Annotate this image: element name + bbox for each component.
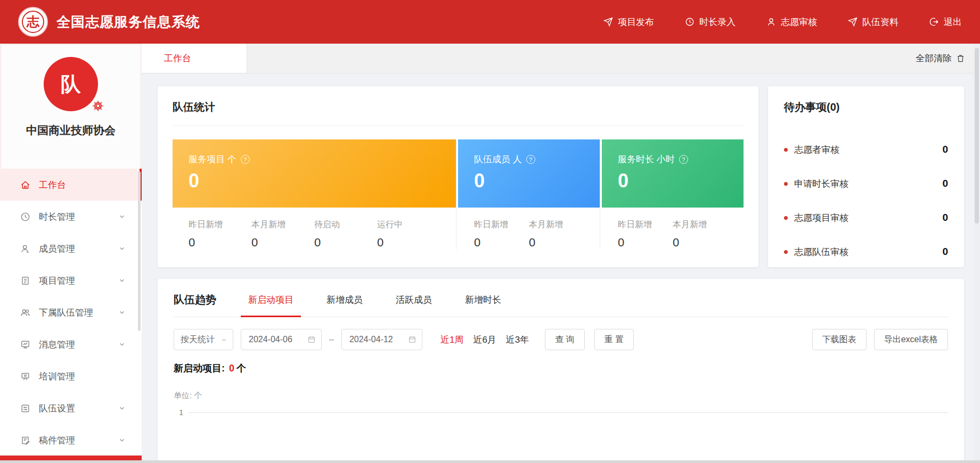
date-to-field[interactable] [341, 329, 422, 350]
substat: 昨日新增 0 [474, 219, 529, 250]
substat: 本月新增 0 [673, 219, 728, 250]
sidebar-item-hours-management[interactable]: 时长管理 [0, 201, 142, 233]
todo-card: 待办事项(0) 志愿者审核 0 申请时长审核 0 志愿项目审核 0 [768, 86, 964, 267]
substat-label: 昨日新增 [618, 219, 673, 230]
export-excel-button[interactable]: 导出excel表格 [874, 329, 948, 350]
org-name: 中国商业技师协会 [26, 123, 116, 138]
window-vertical-scrollbar[interactable] [974, 44, 980, 463]
sidebar-profile-section: 队 中国商业技师协会 [0, 44, 142, 169]
substat-label: 昨日新增 [189, 219, 251, 230]
substat: 本月新增 0 [251, 219, 314, 250]
main-content: 队伍统计 服务项目 个 ? 0 昨日新增 0 [142, 73, 974, 463]
sidebar-scrollbar[interactable] [138, 171, 141, 331]
todo-count: 0 [942, 212, 948, 224]
team-members-card[interactable]: 队伍成员 人 ? 0 [458, 139, 600, 208]
todo-item-project-review[interactable]: 志愿项目审核 0 [784, 201, 948, 235]
substat: 昨日新增 0 [189, 219, 251, 250]
training-board-icon [20, 371, 30, 382]
reset-button[interactable]: 重 置 [594, 329, 634, 350]
app-title: 全国志愿服务信息系统 [56, 13, 200, 31]
question-circle-icon[interactable]: ? [526, 155, 535, 164]
doc-edit-icon [20, 435, 30, 445]
clear-all-tabs-button[interactable]: 全部清除 [916, 44, 980, 73]
chevron-down-icon [118, 309, 126, 316]
tab-bar: 工作台 全部清除 [142, 44, 980, 73]
nav-item-team-profile[interactable]: 队伍资料 [848, 16, 899, 28]
summary-value: 0 [229, 363, 234, 374]
question-circle-icon[interactable]: ? [679, 155, 688, 164]
trend-summary: 新启动项目:0个 [174, 362, 948, 375]
period-select-value: 按天统计 [181, 334, 215, 345]
gear-icon[interactable] [92, 100, 104, 112]
sidebar-item-manuscript-management[interactable]: 稿件管理 [0, 424, 142, 456]
substat-label: 待启动 [314, 219, 377, 230]
nav-label: 时长录入 [699, 16, 736, 28]
sidebar-item-project-management[interactable]: 项目管理 [0, 264, 142, 296]
substat-label: 运行中 [377, 219, 440, 230]
date-from-field[interactable] [241, 329, 322, 350]
substat-value: 0 [474, 236, 529, 250]
substat-value: 0 [377, 236, 440, 250]
avatar[interactable]: 队 [44, 57, 98, 111]
team-members-column: 队伍成员 人 ? 0 昨日新增 0 本月新增 0 [458, 139, 600, 250]
sidebar-item-training-management[interactable]: 培训管理 [0, 360, 142, 392]
chevron-down-icon [118, 277, 126, 284]
search-button[interactable]: 查 询 [545, 329, 584, 350]
sliders-icon [20, 403, 30, 414]
sidebar-item-member-management[interactable]: 成员管理 [0, 233, 142, 264]
y-axis-tick: 1 [174, 408, 183, 417]
service-projects-card[interactable]: 服务项目 个 ? 0 [173, 139, 456, 208]
service-hours-card[interactable]: 服务时长 小时 ? 0 [602, 139, 744, 208]
chart-unit-label: 单位: 个 [174, 391, 948, 401]
tab-new-members[interactable]: 新增成员 [326, 294, 363, 307]
sidebar-item-subordinate-teams[interactable]: 下属队伍管理 [0, 296, 142, 328]
substat-value: 0 [618, 236, 673, 250]
tab-active-members[interactable]: 活跃成员 [396, 294, 432, 307]
bullet-icon [784, 250, 788, 254]
team-stats-title: 队伍统计 [173, 100, 744, 114]
chart-axis: 1 [174, 408, 948, 417]
nav-label: 退出 [944, 16, 962, 28]
summary-label: 新启动项目: [174, 363, 225, 374]
question-circle-icon[interactable]: ? [241, 155, 250, 164]
date-from-input[interactable] [249, 335, 307, 344]
scrollbar-thumb[interactable] [975, 48, 979, 224]
quick-range-3years[interactable]: 近3年 [506, 334, 529, 346]
summary-unit: 个 [236, 363, 246, 374]
substat-value: 0 [251, 236, 314, 250]
tab-new-projects[interactable]: 新启动项目 [248, 294, 293, 307]
chevron-down-icon [118, 341, 126, 348]
quick-range-6months[interactable]: 近6月 [473, 334, 496, 346]
download-chart-button[interactable]: 下载图表 [812, 329, 867, 350]
nav-item-project-publish[interactable]: 项目发布 [603, 16, 654, 28]
quick-range-1week[interactable]: 近1周 [440, 334, 463, 346]
todo-item-team-review[interactable]: 志愿队伍审核 0 [784, 235, 948, 269]
app-logo-icon: 志 [18, 7, 48, 37]
calendar-icon [307, 335, 316, 344]
sidebar-item-label: 项目管理 [39, 275, 75, 287]
substat-value: 0 [529, 236, 584, 250]
todo-item-volunteer-review[interactable]: 志愿者审核 0 [784, 133, 948, 167]
nav-label: 队伍资料 [862, 16, 899, 28]
bullet-icon [784, 182, 788, 186]
period-select[interactable]: 按天统计 [174, 329, 233, 350]
clear-all-label: 全部清除 [916, 52, 952, 64]
nav-item-logout[interactable]: 退出 [929, 16, 962, 28]
header-nav: 项目发布 时长录入 志愿审核 队伍资料 退出 [603, 16, 962, 28]
bullet-icon [784, 148, 788, 152]
nav-item-hours-entry[interactable]: 时长录入 [685, 16, 736, 28]
sidebar-item-message-management[interactable]: 消息管理 [0, 328, 142, 360]
todo-label: 申请时长审核 [794, 178, 848, 190]
sidebar-item-workbench[interactable]: 工作台 [0, 169, 142, 201]
todo-item-hours-request-review[interactable]: 申请时长审核 0 [784, 167, 948, 201]
tab-new-hours[interactable]: 新增时长 [465, 294, 501, 307]
window-horizontal-scrollbar[interactable] [0, 460, 980, 463]
nav-item-volunteer-review[interactable]: 志愿审核 [766, 16, 817, 28]
sidebar: 队 中国商业技师协会 工作台 时长管理 成员管理 [0, 44, 142, 463]
stat-card-label: 服务项目 个 [189, 153, 236, 166]
sidebar-item-team-settings[interactable]: 队伍设置 [0, 392, 142, 424]
date-to-input[interactable] [349, 335, 408, 344]
tab-workbench[interactable]: 工作台 [142, 44, 247, 73]
todo-label: 志愿者审核 [794, 144, 839, 156]
chevron-down-icon [118, 245, 126, 252]
